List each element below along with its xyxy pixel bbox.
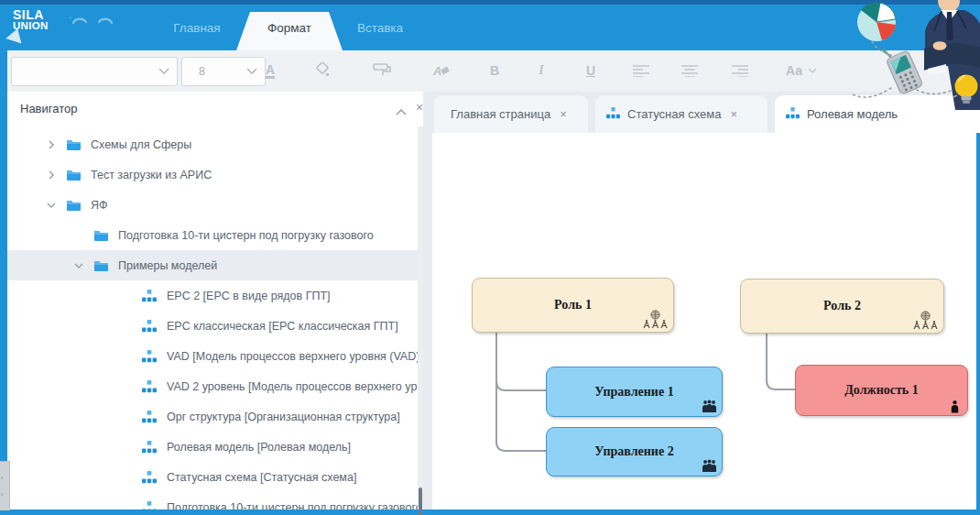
eraser-icon: A <box>432 62 451 79</box>
folder-icon <box>66 138 82 151</box>
align-center-button[interactable] <box>675 56 704 85</box>
paint-roller-icon <box>373 62 391 79</box>
ribbon-tab-label: Вставка <box>357 21 403 35</box>
more-formatting-button[interactable] <box>879 56 909 85</box>
doc-tab-statusnaya-shema[interactable]: Статусная схема × <box>595 95 768 133</box>
collapsed-panel-handle[interactable]: › › <box>0 461 10 510</box>
align-left-button[interactable] <box>626 56 656 85</box>
tree-item-label: Примеры моделей <box>118 259 217 272</box>
font-color-icon: A <box>266 63 275 79</box>
node-label: Роль 2 <box>823 299 861 313</box>
tree-item-label: Статусная схема [Статусная схема] <box>167 471 356 484</box>
diagram-node-role2[interactable]: Роль 2 <box>740 279 944 334</box>
close-tab-icon[interactable]: × <box>560 107 567 121</box>
doc-tab-rolevaya-model[interactable]: Ролевая модель <box>775 95 980 133</box>
underline-icon: U <box>586 63 595 78</box>
app-logo: SILA UNION <box>13 8 49 32</box>
font-size-value: 8 <box>199 65 205 78</box>
navigator-title: Навигатор <box>20 102 77 115</box>
org-model-icon <box>142 290 158 302</box>
fill-color-icon <box>314 62 331 79</box>
chevron-right-icon[interactable] <box>44 137 59 152</box>
bold-icon: B <box>490 63 499 78</box>
font-size-select[interactable]: 8 <box>181 57 266 86</box>
format-painter-button[interactable] <box>367 56 397 85</box>
tree-item-model[interactable]: Ролевая модель [Ролевая модель] <box>7 432 418 462</box>
font-family-select[interactable] <box>11 57 178 86</box>
chevron-right-icon[interactable] <box>44 168 59 182</box>
diagram-node-upravlenie1[interactable]: Управление 1 <box>546 367 723 417</box>
text-style-icon: Aa <box>786 63 802 78</box>
tree-item-model[interactable]: Статусная схема [Статусная схема] <box>7 462 418 492</box>
ribbon-tab-glavnaya[interactable]: Главная <box>165 5 229 50</box>
diagram-canvas[interactable]: Роль 1 Роль 2 Управление 1 <box>432 133 976 510</box>
font-color-button[interactable]: A <box>256 56 285 85</box>
chevron-down-icon <box>889 68 898 74</box>
tree-item-model[interactable]: VAD [Модель процессов верхнего уровня (V… <box>7 341 418 371</box>
org-model-icon <box>142 350 158 363</box>
tree-item-folder[interactable]: Подготовка 10-ти цистерн под погрузку га… <box>7 220 418 250</box>
role-icon <box>643 310 668 329</box>
org-model-icon <box>606 107 620 122</box>
tree-item-label: ЯФ <box>91 199 108 212</box>
close-tab-icon[interactable]: × <box>730 107 737 121</box>
ribbon-tab-format[interactable]: Формат <box>253 5 326 50</box>
node-label: Роль 1 <box>554 298 592 312</box>
tree-item-folder-selected[interactable]: Примеры моделей <box>7 250 418 280</box>
app-window: SILA UNION Главная Формат Вставка 8 <box>0 0 980 515</box>
redo-icon[interactable] <box>95 14 115 30</box>
tree-item-model[interactable]: EPC классическая [EPC классическая ГПТ] <box>7 311 418 341</box>
folder-icon <box>66 169 82 181</box>
underline-button[interactable]: U <box>576 56 605 85</box>
undo-icon[interactable] <box>70 14 90 30</box>
logo-text-top: SILA <box>13 8 49 21</box>
align-right-button[interactable] <box>725 56 755 85</box>
collapse-panel-icon[interactable] <box>396 103 407 119</box>
italic-icon: I <box>539 63 543 78</box>
chevron-down-icon[interactable] <box>44 198 59 213</box>
org-model-icon <box>786 107 800 122</box>
chevron-down-icon[interactable] <box>71 258 86 273</box>
ribbon-tab-vstavka[interactable]: Вставка <box>350 5 410 50</box>
text-style-button[interactable]: Aa <box>779 56 823 85</box>
org-model-icon <box>142 380 158 393</box>
ribbon-tab-label: Главная <box>173 21 220 35</box>
tree-item-label: EPC классическая [EPC классическая ГПТ] <box>167 320 398 333</box>
scrollbar-thumb[interactable] <box>419 488 422 515</box>
tree-item-folder[interactable]: Схемы для Сферы <box>7 129 418 159</box>
tree-item-label: Схемы для Сферы <box>91 138 191 151</box>
fill-color-button[interactable] <box>308 56 337 85</box>
tree-item-model[interactable]: Орг структура [Организационная структура… <box>7 401 418 432</box>
close-panel-icon[interactable]: × <box>416 100 423 115</box>
role-icon <box>913 311 938 330</box>
tree-item-folder[interactable]: ЯФ <box>7 190 418 220</box>
bold-button[interactable]: B <box>480 56 509 85</box>
tree-item-folder[interactable]: Тест загрузки из АРИС <box>7 159 418 190</box>
node-label: Должность 1 <box>844 383 919 398</box>
format-toolbar: 8 A A B I U <box>7 50 976 93</box>
tree-item-model[interactable]: VAD 2 уровень [Модель процессов верхнего… <box>7 371 418 401</box>
italic-button[interactable]: I <box>527 56 556 85</box>
titlebar: SILA UNION Главная Формат Вставка <box>0 5 980 50</box>
navigator-tree: Схемы для Сферы Тест загрузки из АРИС ЯФ… <box>7 129 418 510</box>
folder-icon <box>93 229 109 242</box>
doc-tab-glavnaya-stranitsa[interactable]: Главная страница × <box>434 95 588 133</box>
doc-tab-label: Статусная схема <box>627 107 721 121</box>
tree-item-label: VAD [Модель процессов верхнего уровня (V… <box>167 350 418 363</box>
org-model-icon <box>142 441 158 454</box>
node-label: Управление 1 <box>594 385 673 400</box>
tree-item-label: VAD 2 уровень [Модель процессов верхнего… <box>167 380 417 393</box>
scrollbar-track[interactable] <box>418 126 423 508</box>
clear-format-button[interactable]: A <box>427 56 456 85</box>
align-left-icon <box>633 64 649 77</box>
align-center-icon <box>681 64 698 77</box>
tree-item-model[interactable]: EPC 2 [EPC в виде рядов ГПТ] <box>7 280 418 311</box>
diagram-node-dolzhnost1[interactable]: Должность 1 <box>795 365 968 416</box>
diagram-node-role1[interactable]: Роль 1 <box>472 278 674 333</box>
tree-item-model[interactable]: Подготовка 10-ти цистерн под погрузку га… <box>7 492 418 510</box>
navigator-panel: Навигатор × Схемы для Сферы Тест загрузк… <box>7 92 423 510</box>
org-model-icon <box>142 320 158 333</box>
align-right-icon <box>732 64 748 77</box>
tree-item-label: Подготовка 10-ти цистерн под погрузку га… <box>167 501 418 510</box>
diagram-node-upravlenie2[interactable]: Управление 2 <box>546 427 723 477</box>
